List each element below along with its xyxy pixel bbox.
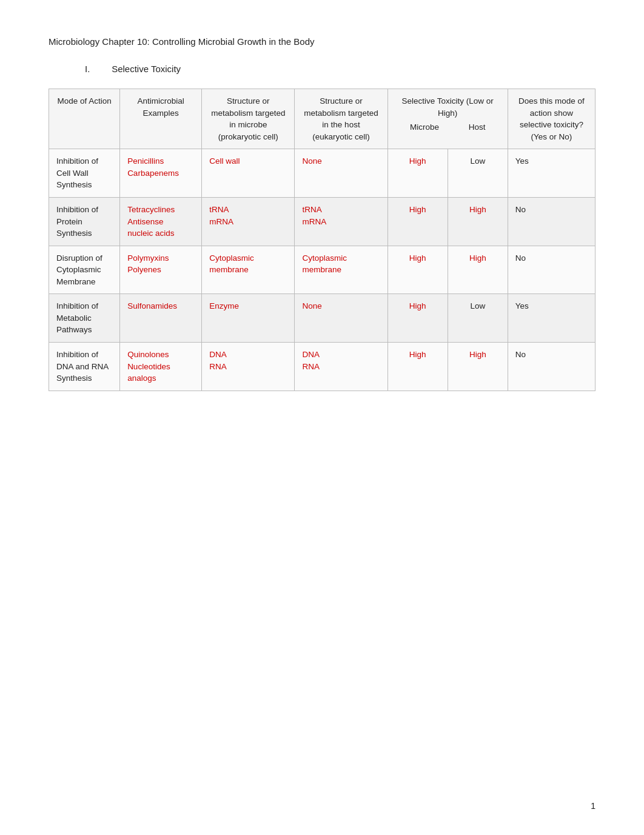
cell-mode-3: Inhibition of Metabolic Pathways xyxy=(49,294,120,343)
header-does-this: Does this mode of action show selective … xyxy=(508,89,595,149)
cell-examples-3: Sulfonamides xyxy=(120,294,202,343)
cell-shows-selectivity-1: No xyxy=(508,197,595,246)
cell-microbe-target-1: tRNA mRNA xyxy=(202,197,295,246)
cell-host-target-3: None xyxy=(295,294,387,343)
section-title: Selective Toxicity xyxy=(112,64,181,74)
cell-microbe-target-4: DNA RNA xyxy=(202,343,295,391)
cell-mode-0: Inhibition of Cell Wall Synthesis xyxy=(49,149,120,198)
cell-mode-4: Inhibition of DNA and RNA Synthesis xyxy=(49,343,120,391)
cell-shows-selectivity-2: No xyxy=(508,246,595,294)
cell-sel-host-0: Low xyxy=(448,149,508,198)
table-row: Inhibition of Protein SynthesisTetracycl… xyxy=(49,197,595,246)
header-host-label: Host xyxy=(469,121,486,133)
cell-sel-host-1: High xyxy=(448,197,508,246)
header-selective-toxicity: Selective Toxicity (Low or High) Microbe… xyxy=(387,89,508,149)
section-roman: I. xyxy=(85,64,109,74)
cell-microbe-target-2: Cytoplasmic membrane xyxy=(202,246,295,294)
cell-sel-host-3: Low xyxy=(448,294,508,343)
cell-examples-4: Quinolones Nucleotides analogs xyxy=(120,343,202,391)
cell-host-target-2: Cytoplasmic membrane xyxy=(295,246,387,294)
cell-sel-microbe-0: High xyxy=(387,149,448,198)
cell-sel-microbe-2: High xyxy=(387,246,448,294)
page-title: Microbiology Chapter 10: Controlling Mic… xyxy=(49,36,595,47)
selective-toxicity-table: Mode of Action Antimicrobial Examples St… xyxy=(49,89,595,391)
cell-sel-host-2: High xyxy=(448,246,508,294)
cell-sel-microbe-3: High xyxy=(387,294,448,343)
cell-examples-1: Tetracyclines Antisense nucleic acids xyxy=(120,197,202,246)
cell-microbe-target-3: Enzyme xyxy=(202,294,295,343)
header-structure-host: Structure or metabolism targeted in the … xyxy=(295,89,387,149)
cell-mode-2: Disruption of Cytoplasmic Membrane xyxy=(49,246,120,294)
section-heading: I. Selective Toxicity xyxy=(85,64,595,74)
cell-examples-0: Penicillins Carbapenems xyxy=(120,149,202,198)
table-row: Inhibition of Cell Wall SynthesisPenicil… xyxy=(49,149,595,198)
cell-sel-microbe-4: High xyxy=(387,343,448,391)
header-microbe-label: Microbe xyxy=(410,121,439,133)
page-number: 1 xyxy=(591,801,595,811)
header-structure-microbe: Structure or metabolism targeted in micr… xyxy=(202,89,295,149)
cell-mode-1: Inhibition of Protein Synthesis xyxy=(49,197,120,246)
cell-shows-selectivity-4: No xyxy=(508,343,595,391)
cell-sel-host-4: High xyxy=(448,343,508,391)
cell-host-target-1: tRNA mRNA xyxy=(295,197,387,246)
table-row: Disruption of Cytoplasmic MembranePolymy… xyxy=(49,246,595,294)
cell-microbe-target-0: Cell wall xyxy=(202,149,295,198)
cell-host-target-4: DNA RNA xyxy=(295,343,387,391)
cell-sel-microbe-1: High xyxy=(387,197,448,246)
header-mode-of-action: Mode of Action xyxy=(49,89,120,149)
cell-examples-2: Polymyxins Polyenes xyxy=(120,246,202,294)
cell-shows-selectivity-0: Yes xyxy=(508,149,595,198)
cell-shows-selectivity-3: Yes xyxy=(508,294,595,343)
table-row: Inhibition of Metabolic PathwaysSulfonam… xyxy=(49,294,595,343)
table-row: Inhibition of DNA and RNA SynthesisQuino… xyxy=(49,343,595,391)
header-antimicrobial-examples: Antimicrobial Examples xyxy=(120,89,202,149)
cell-host-target-0: None xyxy=(295,149,387,198)
